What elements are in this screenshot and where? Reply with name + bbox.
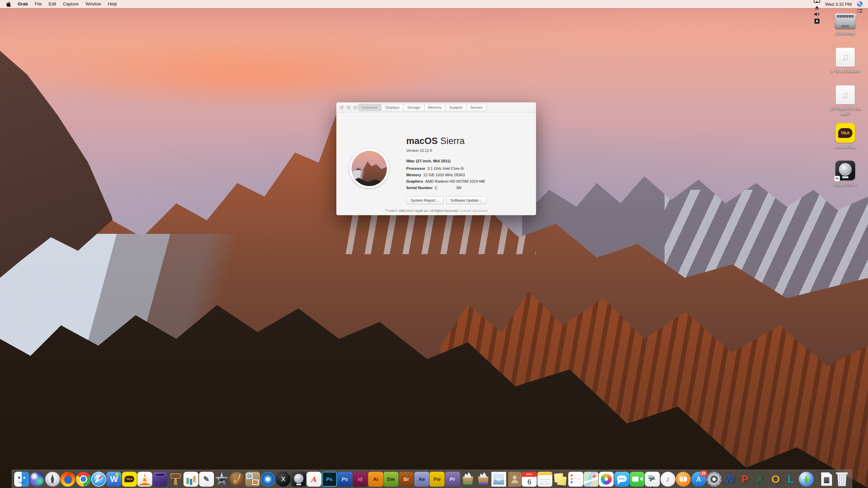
menu-edit[interactable]: Edit [45, 1, 59, 6]
desktop-icon-tu-moublies[interactable]: ♫1 Tu M'Oublies [825, 48, 866, 80]
dock-item-ibooks[interactable] [676, 470, 691, 488]
dock-item-siri[interactable] [29, 470, 44, 488]
dock-item-iweb[interactable] [245, 470, 260, 488]
dock-item-premiere[interactable]: Pr [445, 470, 460, 488]
dreamweaver-icon: Dw [383, 472, 398, 487]
dock-item-facetime[interactable] [630, 470, 645, 488]
tab-support[interactable]: Support [446, 104, 467, 111]
safari-icon [91, 472, 106, 487]
apple-menu[interactable] [5, 1, 14, 7]
airplay-display-icon[interactable] [813, 0, 821, 4]
dock-item-w-app[interactable]: W [106, 470, 121, 488]
menu-bar-clock[interactable]: Wed 3:32 PM [822, 2, 854, 7]
dock-item-launchpad[interactable] [45, 470, 60, 488]
dock-item-stickies[interactable] [553, 470, 568, 488]
dock-item-bridge[interactable]: Br [399, 470, 414, 488]
dock-item-contacts[interactable] [507, 470, 521, 488]
dock-item-app-store[interactable]: A13 [691, 470, 706, 488]
minimize-button[interactable] [347, 105, 351, 109]
dock-item-fireworks[interactable]: Fw [430, 470, 445, 488]
dock-item-final-cut-pro[interactable]: X [276, 470, 291, 488]
dock-item-itunes[interactable]: ♪ [660, 470, 675, 488]
dock-item-kakaotalk[interactable]: TALK [122, 470, 137, 488]
dock-item-maps[interactable] [584, 470, 598, 488]
dock-item-stuffit-expander[interactable] [460, 470, 475, 488]
dock-item-indesign[interactable]: Id [353, 470, 368, 488]
menu-capture[interactable]: Capture [60, 1, 82, 6]
dock-item-calendar[interactable]: NOV6 [522, 470, 537, 488]
dock-item-outlook[interactable]: O [768, 470, 783, 488]
parle-t-il-de-moi-glyph: ♫ [842, 89, 849, 101]
system-report-button[interactable]: System Report… [406, 196, 443, 204]
tab-overview[interactable]: Overview [358, 104, 382, 111]
dock-item-powerpoint[interactable]: P [737, 470, 752, 488]
dock-item-word[interactable]: W [722, 470, 737, 488]
dock-item-pages[interactable]: ✎ [199, 470, 214, 488]
dock-item-system-preferences[interactable] [707, 470, 722, 488]
dock-item-chrome[interactable] [76, 470, 91, 488]
dock-item-keynote[interactable] [168, 470, 183, 488]
itunes-icon: ♪ [660, 472, 675, 487]
kakaotalk-glyph: TALK [124, 476, 134, 482]
toast-icon [153, 472, 167, 487]
dock-item-logic-pro[interactable] [291, 470, 306, 488]
desktop-icon-logic-pro-x[interactable]: ↖Logic Pro X [825, 161, 866, 192]
mac-model: iMac (27-inch, Mid 2011) [406, 159, 451, 163]
tab-storage[interactable]: Storage [403, 104, 425, 111]
tab-displays[interactable]: Displays [381, 104, 403, 111]
dock-item-downloader[interactable] [799, 470, 814, 488]
volume-icon[interactable] [813, 11, 821, 18]
notification-center-icon[interactable] [856, 7, 864, 14]
desktop-icon-label: 1000-mac [835, 31, 855, 36]
dock-item-photoshop-cc[interactable]: Ps [322, 470, 337, 488]
software-update-button[interactable]: Software Update… [446, 196, 487, 204]
input-source-icon[interactable]: A [813, 18, 821, 24]
dock-item-photos[interactable] [599, 470, 614, 488]
dock-item-garageband[interactable] [230, 470, 244, 488]
zoom-button[interactable] [353, 105, 357, 109]
menu-grab[interactable]: Grab [14, 1, 31, 6]
menu-window[interactable]: Window [82, 1, 104, 6]
tab-service[interactable]: Service [467, 104, 487, 111]
dock-item-imovie[interactable] [214, 470, 229, 488]
dock-item-mail[interactable] [491, 470, 506, 488]
dock-item-messages[interactable] [614, 470, 629, 488]
dock-item-after-effects[interactable]: Ae [414, 470, 429, 488]
dock-item-illustrator[interactable]: Ai [368, 470, 383, 488]
siri-icon[interactable] [856, 1, 864, 7]
eject-icon[interactable] [813, 4, 821, 11]
menu-bar-status-area: ccA Wed 3:32 PM [813, 0, 864, 24]
menu-file[interactable]: File [31, 1, 45, 6]
dock-item-grab[interactable]: ✂ [645, 470, 660, 488]
dock-item-finder[interactable] [14, 470, 29, 488]
dock-item-trash[interactable] [834, 470, 849, 488]
dock-item-safari[interactable] [91, 470, 106, 488]
dock-item-reminders[interactable] [568, 470, 583, 488]
app-store-badge: 13 [700, 471, 708, 476]
dock-item-dreamweaver[interactable]: Dw [383, 470, 398, 488]
dock-item-acrobat[interactable]: A [307, 470, 321, 488]
dock-item-dropstuff[interactable] [476, 470, 491, 488]
tab-memory[interactable]: Memory [425, 104, 446, 111]
dock-item-toast[interactable] [153, 470, 167, 488]
dock-item-photoshop[interactable]: Ps [337, 470, 352, 488]
dock-item-excel[interactable]: X [753, 470, 768, 488]
dock-item-notes[interactable] [537, 470, 552, 488]
close-button[interactable] [340, 105, 344, 109]
dock-item-vlc[interactable] [137, 470, 152, 488]
logic-icon: ↖ [835, 161, 855, 180]
dock-item-idvd[interactable] [260, 470, 275, 488]
dock-item-lync[interactable]: L [784, 470, 798, 488]
window-titlebar[interactable]: OverviewDisplaysStorageMemorySupportServ… [336, 102, 536, 113]
license-agreement-link[interactable]: License Agreement [460, 209, 487, 212]
os-title: macOS Sierra [406, 136, 465, 146]
desktop-icon-kakaotalk[interactable]: TALKKakaoTalk [825, 123, 866, 155]
dock-item-document[interactable] [819, 470, 834, 488]
dock-item-firefox[interactable] [60, 470, 75, 488]
menu-help[interactable]: Help [104, 1, 120, 6]
spec-value-suffix: JW [456, 186, 461, 190]
dock-item-numbers[interactable] [183, 470, 198, 488]
spec-value: 12 GB 1333 MHz DDR3 [423, 173, 465, 177]
desktop-icon-parle-t-il-de-moi[interactable]: ♫12 Parle-T-Il De Moi? [825, 85, 866, 117]
imovie-icon [214, 472, 229, 487]
